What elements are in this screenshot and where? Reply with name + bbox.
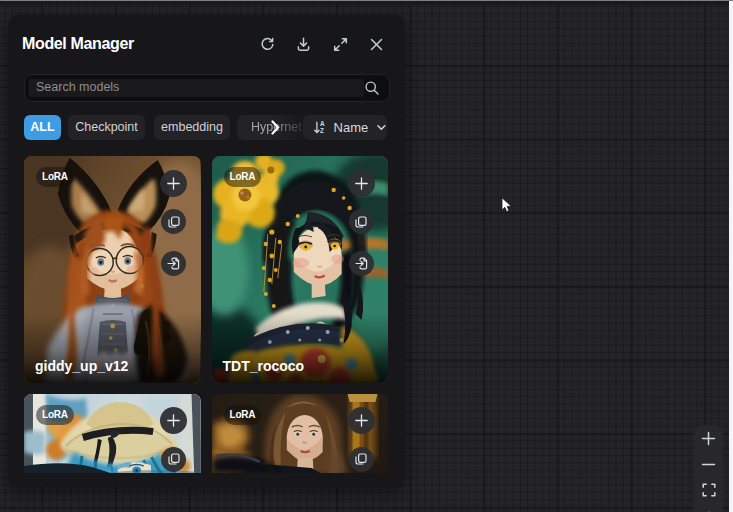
svg-text:Z: Z: [320, 127, 324, 134]
